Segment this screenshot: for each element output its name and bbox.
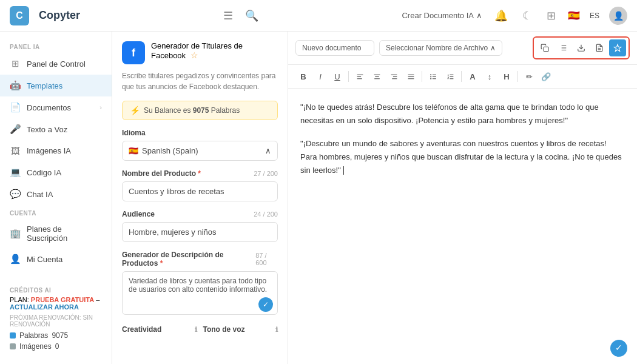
star-icon[interactable]: ☆ <box>190 50 198 60</box>
chevron-down-icon: ∧ <box>490 44 496 52</box>
menu-icon[interactable]: ☰ <box>221 7 235 25</box>
download-doc-button[interactable] <box>573 39 590 56</box>
dark-mode-icon[interactable]: ☾ <box>520 7 534 25</box>
credits-section: CRÉDITOS AI PLAN: PRUEBA GRATUITA – ACTU… <box>0 281 112 357</box>
sidebar-label: Texto a Voz <box>27 125 67 134</box>
imagenes-label: Imágenes <box>19 342 52 351</box>
chevron-right-icon: › <box>99 104 102 111</box>
sidebar-item-imagenes-ia[interactable]: 🖼 Imágenes IA <box>0 140 112 161</box>
panel-ia-label: PANEL IA <box>0 39 112 53</box>
format-bar: B I U <box>288 65 637 89</box>
imagenes-count: 0 <box>55 342 59 351</box>
ai-icon: 🤖 <box>10 80 21 91</box>
editor-topbar: Seleccionar Nombre de Archivo ∧ <box>288 32 637 65</box>
magic-button[interactable] <box>609 39 626 56</box>
topnav: C Copyter ☰ 🔍 Crear Documento IA ∧ 🔔 ☾ ⊞… <box>0 0 637 32</box>
imagenes-credit: Imágenes 0 <box>10 342 102 351</box>
creditos-label: CRÉDITOS AI <box>10 287 102 294</box>
notification-icon[interactable]: 🔔 <box>492 7 510 25</box>
pen-button[interactable]: ✏ <box>521 69 537 84</box>
sidebar-item-planes[interactable]: 🏢 Planes de Suscripción <box>0 219 112 248</box>
content-area: f Generador de Titulares de Facebook ☆ E… <box>112 32 637 364</box>
bottom-fields: Creatividad ℹ Tono de voz ℹ <box>122 325 278 337</box>
heading-button[interactable]: H <box>499 69 514 84</box>
avatar[interactable]: 👤 <box>609 7 627 25</box>
sidebar-item-panel-control[interactable]: ⊞ Panel de Control <box>0 53 112 75</box>
desc-label: Generador de Descripción de Productos * … <box>122 251 278 268</box>
palabras-count: 9075 <box>52 331 68 340</box>
editor-toolbar-icons <box>533 36 630 59</box>
italic-button[interactable]: I <box>312 69 328 84</box>
palabras-label: Palabras <box>19 331 48 340</box>
font-color-button[interactable]: A <box>465 69 480 84</box>
product-label: Nombre del Producto * 27 / 200 <box>122 169 278 178</box>
tono-label: Tono de voz ℹ <box>203 325 278 334</box>
svg-point-19 <box>430 74 431 75</box>
sidebar-item-documentos[interactable]: 📄 Documentos › <box>0 96 112 118</box>
grid-icon: ⊞ <box>10 58 21 69</box>
sidebar-item-chat-ia[interactable]: 💬 Chat IA <box>0 183 112 205</box>
font-size-button[interactable]: ↕ <box>482 69 497 84</box>
sidebar-label: Chat IA <box>27 190 53 199</box>
tool-header: f Generador de Titulares de Facebook ☆ <box>122 41 278 64</box>
bold-button[interactable]: B <box>295 69 311 84</box>
product-input[interactable] <box>122 181 278 201</box>
copy-list-button[interactable] <box>554 39 571 56</box>
underline-button[interactable]: U <box>329 69 345 84</box>
expand-icon[interactable]: ⊞ <box>544 7 558 25</box>
sidebar-item-texto-voz[interactable]: 🎤 Texto a Voz <box>0 118 112 140</box>
filename-selector[interactable]: Seleccionar Nombre de Archivo ∧ <box>379 40 502 56</box>
creatividad-info-icon[interactable]: ℹ <box>195 326 197 334</box>
nav-right: Crear Documento IA ∧ 🔔 ☾ ⊞ 🇪🇸 ES 👤 <box>402 7 627 25</box>
logo-text: Copyter <box>39 9 80 22</box>
editor-content[interactable]: "¡No te quedes atrás! Descubre los teléf… <box>288 89 637 364</box>
align-right-button[interactable] <box>386 69 402 84</box>
sidebar-item-mi-cuenta[interactable]: 👤 Mi Cuenta <box>0 248 112 270</box>
main-layout: PANEL IA ⊞ Panel de Control 🤖 Templates … <box>0 32 637 364</box>
audience-label: Audience 24 / 200 <box>122 210 278 218</box>
creatividad-label: Creatividad ℹ <box>122 325 197 334</box>
user-icon: 👤 <box>10 254 21 265</box>
ordered-list-button[interactable] <box>442 69 458 84</box>
palabras-dot <box>10 332 16 339</box>
svg-rect-0 <box>544 47 548 52</box>
sidebar-label: Planes de Suscripción <box>27 224 102 243</box>
sidebar-label: Mi Cuenta <box>27 255 62 264</box>
sidebar-item-templates[interactable]: 🤖 Templates <box>0 75 112 96</box>
imagenes-dot <box>10 343 16 349</box>
doc-name-input[interactable] <box>295 40 374 56</box>
left-panel: f Generador de Titulares de Facebook ☆ E… <box>112 32 288 364</box>
audience-input[interactable] <box>122 222 278 242</box>
copy-doc-button[interactable] <box>536 39 553 56</box>
align-left-button[interactable] <box>352 69 368 84</box>
sidebar-label: Código IA <box>27 168 61 177</box>
plan-links: PLAN: PRUEBA GRATUITA – ACTUALIZAR AHORA <box>10 296 102 311</box>
desc-textarea[interactable]: Variedad de libros y cuentas para todo t… <box>122 271 278 315</box>
plan-update-link[interactable]: ACTUALIZAR AHORA <box>10 303 79 311</box>
tono-info-icon[interactable]: ℹ <box>275 326 278 334</box>
sidebar-label: Templates <box>27 81 62 90</box>
building-icon: 🏢 <box>10 228 21 239</box>
word-export-button[interactable] <box>591 39 608 56</box>
language-selector[interactable]: 🇪🇸 Spanish (Spain) ∧ <box>122 141 278 161</box>
tool-description: Escribe titulares pegadizos y convincent… <box>122 70 278 92</box>
sidebar-label: Imágenes IA <box>27 146 71 155</box>
crear-documento-button[interactable]: Crear Documento IA ∧ <box>402 11 482 20</box>
image-icon: 🖼 <box>10 146 21 156</box>
unordered-list-button[interactable] <box>425 69 441 84</box>
editor-paragraph-1: "¡No te quedes atrás! Descubre los teléf… <box>300 101 625 127</box>
palabras-credit: Palabras 9075 <box>10 331 102 340</box>
sidebar-item-codigo-ia[interactable]: 💻 Código IA <box>0 161 112 183</box>
plan-free-link[interactable]: PRUEBA GRATUITA <box>31 296 94 303</box>
link-button[interactable]: 🔗 <box>538 69 554 84</box>
text-cursor <box>343 166 344 175</box>
chat-icon: 💬 <box>10 189 21 200</box>
idioma-label: Idioma <box>122 129 278 137</box>
desc-wrap: Variedad de libros y cuentas para todo t… <box>122 271 278 317</box>
bottom-check-button[interactable]: ✓ <box>610 340 627 357</box>
search-icon[interactable]: 🔍 <box>243 7 261 25</box>
desc-check-button[interactable]: ✓ <box>258 297 273 312</box>
lang-code: ES <box>590 12 599 20</box>
align-center-button[interactable] <box>369 69 385 84</box>
justify-button[interactable] <box>403 69 419 84</box>
